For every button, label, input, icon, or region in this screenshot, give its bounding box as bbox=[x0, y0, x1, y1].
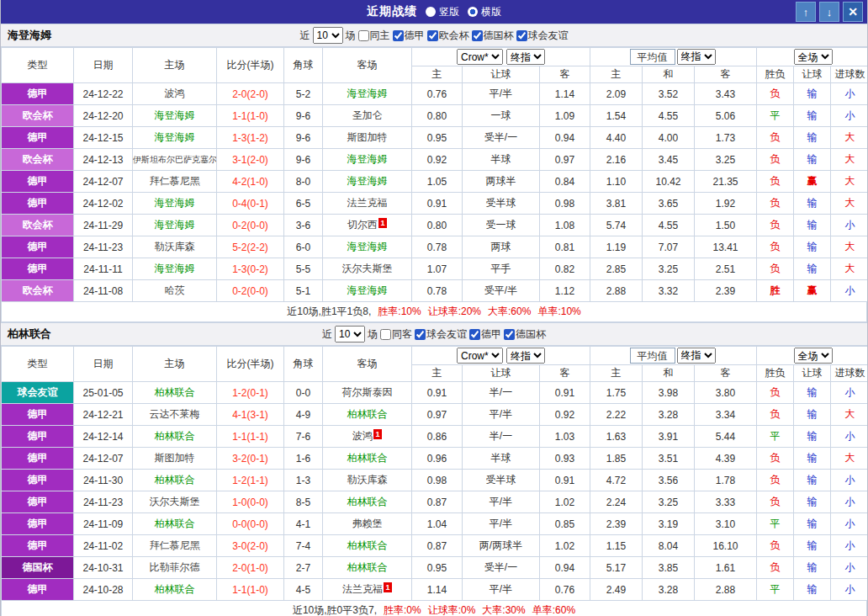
focal-team-link[interactable]: 海登海姆 bbox=[347, 241, 388, 252]
team-link[interactable]: 勒沃库森 bbox=[347, 474, 388, 486]
team-link[interactable]: 伊斯坦布尔巴萨克塞尔 bbox=[133, 155, 217, 164]
team-link[interactable]: 弗赖堡 bbox=[352, 518, 383, 529]
score-cell[interactable]: 0-2(0-0) bbox=[217, 280, 284, 302]
focal-team-link[interactable]: 柏林联合 bbox=[347, 452, 388, 464]
score-cell[interactable]: 0-0(0-0) bbox=[217, 513, 284, 535]
scope-select[interactable]: 全场 bbox=[794, 348, 833, 364]
score-cell[interactable]: 5-2(2-2) bbox=[217, 236, 284, 258]
odds-type-select[interactable]: 终指 bbox=[506, 348, 545, 364]
score-cell[interactable]: 1-3(1-2) bbox=[217, 127, 284, 149]
score-cell[interactable]: 1-0(0-0) bbox=[217, 491, 284, 513]
league-checkbox[interactable] bbox=[504, 329, 515, 340]
scroll-up-button[interactable]: ↑ bbox=[796, 2, 816, 22]
focal-team-link[interactable]: 柏林联合 bbox=[155, 583, 195, 595]
score-cell[interactable]: 4-1(3-1) bbox=[217, 404, 284, 426]
league-cell: 德甲 bbox=[2, 513, 74, 535]
league-checkbox[interactable] bbox=[472, 30, 483, 41]
score-cell[interactable]: 0-2(0-0) bbox=[217, 215, 284, 236]
focal-team-link[interactable]: 柏林联合 bbox=[347, 561, 388, 573]
score-cell[interactable]: 1-2(1-1) bbox=[217, 470, 284, 491]
column-header: 日期 bbox=[74, 48, 133, 83]
team-link[interactable]: 拜仁慕尼黑 bbox=[150, 539, 200, 551]
focal-team-link[interactable]: 柏林联合 bbox=[347, 408, 388, 420]
focal-team-link[interactable]: 柏林联合 bbox=[155, 430, 195, 442]
same-venue-checkbox[interactable] bbox=[380, 329, 391, 340]
league-filter[interactable]: 德甲 bbox=[393, 29, 425, 43]
focal-team-link[interactable]: 柏林联合 bbox=[155, 474, 195, 486]
league-checkbox[interactable] bbox=[415, 329, 426, 340]
focal-team-link[interactable]: 柏林联合 bbox=[347, 496, 388, 507]
focal-team-link[interactable]: 海登海姆 bbox=[347, 284, 388, 296]
summary-stat: 大率:30% bbox=[482, 603, 525, 616]
team-link[interactable]: 法兰克福 bbox=[342, 583, 383, 595]
team-link[interactable]: 斯图加特 bbox=[155, 452, 195, 464]
odds-company-select[interactable]: Crow* bbox=[457, 348, 503, 364]
focal-team-link[interactable]: 柏林联合 bbox=[155, 386, 195, 398]
score-cell[interactable]: 4-2(1-0) bbox=[217, 171, 284, 193]
league-checkbox[interactable] bbox=[469, 329, 480, 340]
focal-team-link[interactable]: 柏林联合 bbox=[347, 539, 388, 551]
score-cell[interactable]: 1-1(1-0) bbox=[217, 579, 284, 601]
league-filter[interactable]: 球会友谊 bbox=[415, 327, 467, 342]
team-link[interactable]: 沃尔夫斯堡 bbox=[150, 496, 200, 507]
recent-count-select[interactable]: 10 bbox=[335, 326, 365, 343]
league-checkbox[interactable] bbox=[393, 30, 404, 41]
date-cell: 24-12-02 bbox=[74, 193, 133, 215]
score-cell[interactable]: 1-3(0-2) bbox=[217, 258, 284, 280]
league-checkbox[interactable] bbox=[427, 30, 438, 41]
score-cell[interactable]: 1-2(0-1) bbox=[217, 382, 284, 404]
same-venue-filter[interactable]: 同客 bbox=[380, 327, 412, 342]
close-button[interactable]: ✕ bbox=[843, 2, 863, 22]
titlebar: 近期战绩 竖版 横版 ↑ ↓ ✕ bbox=[1, 0, 867, 24]
league-checkbox[interactable] bbox=[516, 30, 527, 41]
league-filter[interactable]: 欧会杯 bbox=[427, 29, 469, 43]
league-filter[interactable]: 德甲 bbox=[469, 327, 501, 342]
avg-home-cell: 2.49 bbox=[590, 579, 643, 601]
focal-team-link[interactable]: 海登海姆 bbox=[155, 131, 195, 143]
focal-team-link[interactable]: 海登海姆 bbox=[155, 109, 195, 121]
team-link[interactable]: 沃尔夫斯堡 bbox=[342, 263, 393, 274]
team-link[interactable]: 荷尔斯泰因 bbox=[342, 386, 393, 398]
focal-team-link[interactable]: 海登海姆 bbox=[155, 219, 195, 231]
avg-odds-type-select[interactable]: 终指 bbox=[677, 348, 716, 364]
score-cell[interactable]: 0-4(0-1) bbox=[217, 193, 284, 215]
avg-odds-type-select[interactable]: 终指 bbox=[677, 49, 716, 65]
focal-team-link[interactable]: 海登海姆 bbox=[347, 88, 388, 99]
league-filter[interactable]: 球会友谊 bbox=[516, 29, 569, 43]
odds-company-select[interactable]: Crow* bbox=[457, 49, 503, 65]
same-venue-checkbox[interactable] bbox=[358, 30, 369, 41]
team-link[interactable]: 拜仁慕尼黑 bbox=[150, 175, 200, 187]
layout-option-vertical[interactable]: 竖版 bbox=[426, 5, 459, 19]
league-filter[interactable]: 德国杯 bbox=[504, 327, 546, 342]
away-team-cell: 法兰克福 bbox=[323, 193, 412, 215]
focal-team-link[interactable]: 柏林联合 bbox=[155, 518, 195, 529]
score-cell[interactable]: 2-0(1-0) bbox=[217, 557, 284, 579]
score-cell[interactable]: 1-1(1-0) bbox=[217, 105, 284, 127]
team-link[interactable]: 切尔西 bbox=[347, 219, 378, 231]
score-cell[interactable]: 3-2(0-1) bbox=[217, 448, 284, 470]
focal-team-link[interactable]: 海登海姆 bbox=[155, 197, 195, 209]
team-link[interactable]: 哈茨 bbox=[165, 284, 185, 296]
layout-option-horizontal[interactable]: 横版 bbox=[468, 5, 501, 19]
team-link[interactable]: 波鸿 bbox=[165, 88, 185, 99]
scroll-down-button[interactable]: ↓ bbox=[819, 2, 839, 22]
team-link[interactable]: 勒沃库森 bbox=[155, 241, 195, 252]
score-cell[interactable]: 3-0(2-0) bbox=[217, 535, 284, 557]
team-link[interactable]: 圣加仑 bbox=[352, 109, 383, 121]
score-cell[interactable]: 3-1(2-0) bbox=[217, 149, 284, 171]
focal-team-link[interactable]: 海登海姆 bbox=[155, 263, 195, 274]
odds-type-select[interactable]: 终指 bbox=[506, 49, 545, 65]
team-link[interactable]: 云达不莱梅 bbox=[150, 408, 200, 420]
same-venue-filter[interactable]: 同主 bbox=[358, 29, 390, 43]
team-link[interactable]: 法兰克福 bbox=[347, 197, 388, 209]
team-link[interactable]: 斯图加特 bbox=[347, 131, 388, 143]
score-cell[interactable]: 2-0(2-0) bbox=[217, 83, 284, 105]
score-cell[interactable]: 1-1(1-1) bbox=[217, 426, 284, 448]
league-filter[interactable]: 德国杯 bbox=[472, 29, 514, 43]
focal-team-link[interactable]: 海登海姆 bbox=[347, 153, 388, 165]
team-link[interactable]: 比勒菲尔德 bbox=[150, 561, 200, 573]
recent-count-select[interactable]: 10 bbox=[313, 27, 343, 44]
focal-team-link[interactable]: 海登海姆 bbox=[347, 175, 388, 187]
team-link[interactable]: 波鸿 bbox=[352, 430, 373, 442]
scope-select[interactable]: 全场 bbox=[794, 49, 833, 65]
